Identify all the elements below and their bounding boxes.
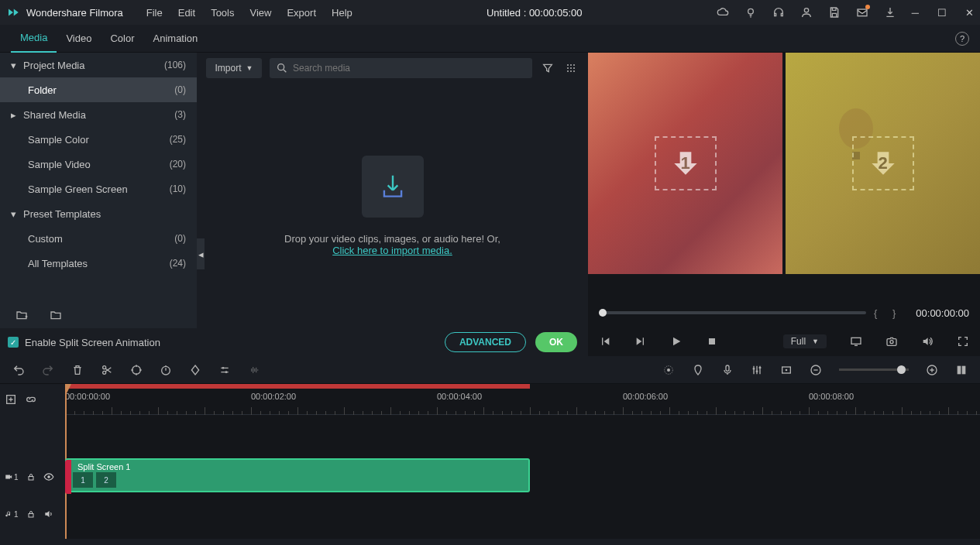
undo-icon[interactable] (12, 364, 25, 376)
enable-split-screen-label: Enable Split Screen Animation (25, 337, 160, 348)
adjust-icon[interactable] (218, 364, 231, 376)
delete-icon[interactable] (71, 364, 84, 376)
split-icon[interactable] (101, 364, 113, 376)
lock-icon[interactable] (26, 472, 36, 482)
new-folder-icon[interactable] (15, 309, 28, 321)
svg-rect-15 (709, 338, 715, 344)
speed-icon[interactable] (160, 364, 172, 376)
cloud-icon[interactable] (717, 6, 729, 19)
preview-slot-2[interactable]: 2 (786, 53, 980, 274)
crop-icon[interactable] (130, 364, 143, 376)
import-dropzone-icon[interactable] (362, 156, 424, 218)
tab-media[interactable]: Media (11, 25, 57, 53)
headphones-icon[interactable] (772, 6, 785, 19)
download-icon[interactable] (884, 6, 896, 19)
folder-icon[interactable] (50, 309, 62, 321)
mark-in-out-icon[interactable]: { } (874, 307, 902, 319)
close-button[interactable]: ✕ (965, 7, 974, 19)
svg-point-23 (222, 367, 225, 369)
audio-track-header[interactable]: 1 (0, 495, 65, 533)
fit-timeline-icon[interactable] (955, 364, 968, 376)
import-link[interactable]: Click here to import media. (332, 245, 452, 256)
sidebar-custom[interactable]: Custom(0) (0, 226, 197, 251)
sidebar-collapse-handle[interactable]: ◂ (197, 238, 205, 269)
grid-view-icon[interactable] (563, 60, 579, 76)
quality-select[interactable]: Full▼ (783, 334, 827, 348)
main-menu: File Edit Tools View Export Help (146, 7, 352, 19)
add-track-icon[interactable] (5, 393, 17, 406)
svg-rect-39 (29, 477, 33, 481)
tab-video[interactable]: Video (57, 25, 101, 53)
menu-view[interactable]: View (249, 7, 271, 19)
filter-icon[interactable] (540, 60, 555, 76)
svg-point-6 (573, 64, 575, 66)
zoom-in-icon[interactable] (926, 364, 938, 376)
svg-point-7 (567, 67, 569, 69)
snapshot-icon[interactable] (885, 335, 898, 348)
sidebar-sample-video[interactable]: Sample Video(20) (0, 152, 197, 177)
enable-split-screen-checkbox[interactable]: ✓ (8, 337, 19, 348)
menu-edit[interactable]: Edit (178, 7, 195, 19)
audio-track-1[interactable] (65, 495, 980, 533)
dropzone-text: Drop your video clips, images, or audio … (284, 233, 500, 245)
timeline-body[interactable]: 00:00:00:00 00:00:02:00 00:00:04:00 00:0… (65, 384, 980, 539)
svg-point-9 (573, 67, 575, 69)
video-track-header[interactable]: 1 (0, 458, 65, 495)
preview-slot-1[interactable]: 1 (588, 53, 782, 274)
search-input[interactable] (270, 58, 532, 78)
preview-seekbar[interactable] (599, 311, 866, 314)
import-button[interactable]: Import▼ (206, 58, 262, 78)
lock-icon[interactable] (26, 509, 36, 519)
svg-rect-29 (756, 370, 758, 372)
voiceover-icon[interactable] (721, 364, 734, 376)
prev-frame-button[interactable] (599, 335, 611, 348)
display-icon[interactable] (850, 335, 862, 348)
sidebar-folder[interactable]: Folder(0) (0, 77, 197, 102)
menu-export[interactable]: Export (287, 7, 316, 19)
sidebar-shared-media[interactable]: ▸Shared Media(3) (0, 102, 197, 127)
ok-button[interactable]: OK (535, 332, 577, 352)
tab-color[interactable]: Color (101, 25, 143, 53)
mute-icon[interactable] (43, 509, 54, 519)
keyframe-icon[interactable] (189, 364, 201, 376)
redo-icon[interactable] (42, 364, 54, 376)
svg-point-22 (162, 366, 170, 375)
advanced-button[interactable]: ADVANCED (445, 332, 526, 352)
sidebar-sample-green-screen[interactable]: Sample Green Screen(10) (0, 177, 197, 201)
menu-help[interactable]: Help (332, 7, 352, 19)
play-button[interactable] (670, 335, 683, 348)
clip-split-screen-1[interactable]: Split Screen 1 12 (65, 458, 530, 492)
help-icon[interactable]: ? (955, 32, 969, 46)
visibility-icon[interactable] (43, 471, 54, 482)
sidebar-all-templates[interactable]: All Templates(24) (0, 251, 197, 276)
svg-point-18 (890, 341, 893, 344)
maximize-button[interactable]: ☐ (937, 7, 947, 19)
sidebar-sample-color[interactable]: Sample Color(25) (0, 127, 197, 152)
zoom-out-icon[interactable] (810, 364, 822, 376)
record-screen-icon[interactable] (780, 364, 793, 376)
menu-tools[interactable]: Tools (211, 7, 234, 19)
mail-icon[interactable] (856, 6, 868, 19)
link-icon[interactable] (25, 393, 37, 406)
svg-point-0 (748, 9, 753, 14)
volume-icon[interactable] (921, 335, 934, 348)
minimize-button[interactable]: ─ (912, 7, 919, 19)
mixer-icon[interactable] (751, 364, 763, 376)
svg-rect-36 (962, 365, 966, 374)
svg-point-32 (786, 368, 788, 371)
sidebar-project-media[interactable]: ▾Project Media(106) (0, 53, 197, 77)
marker-icon[interactable] (692, 364, 704, 376)
next-frame-button[interactable] (634, 335, 647, 348)
sidebar-preset-templates[interactable]: ▾Preset Templates (0, 201, 197, 226)
tab-animation[interactable]: Animation (144, 25, 208, 53)
fullscreen-icon[interactable] (957, 335, 969, 348)
render-icon[interactable] (662, 364, 675, 376)
menu-file[interactable]: File (146, 7, 163, 19)
lightbulb-icon[interactable] (744, 6, 757, 19)
stop-button[interactable] (706, 335, 718, 348)
zoom-slider[interactable] (839, 368, 909, 371)
video-track-1[interactable]: Split Screen 1 12 (65, 458, 980, 495)
audio-wave-icon[interactable] (248, 364, 260, 376)
account-icon[interactable] (800, 6, 813, 19)
save-icon[interactable] (828, 6, 841, 19)
